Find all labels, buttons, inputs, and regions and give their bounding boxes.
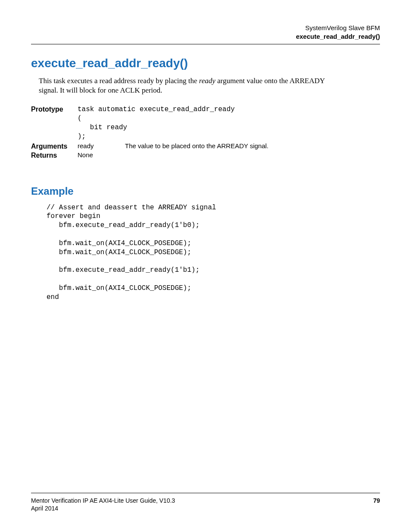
page-content: SystemVerilog Slave BFM execute_read_add… [0,0,411,302]
returns-label: Returns [31,151,78,159]
intro-text-pre: This task executes a read address ready … [39,77,199,85]
arguments-body: ready The value to be placed onto the AR… [78,142,380,149]
footer-rule [31,493,380,493]
footer-guide: Mentor Verification IP AE AXI4-Lite User… [31,497,175,504]
argument-description: The value to be placed onto the ARREADY … [125,142,268,149]
header-rule [31,44,380,44]
prototype-code: task automatic execute_read_addr_ready (… [78,105,380,141]
argument-name: ready [78,142,125,149]
running-header: SystemVerilog Slave BFM execute_read_add… [31,24,380,41]
footer-left: Mentor Verification IP AE AXI4-Lite User… [31,497,175,512]
returns-value: None [78,151,93,159]
footer-date: April 2014 [31,504,175,512]
returns-row: Returns None [31,151,380,159]
prototype-label: Prototype [31,105,78,113]
returns-body: None [78,151,380,159]
definition-list: Prototype task automatic execute_read_ad… [31,105,380,159]
example-code: // Assert and deassert the ARREADY signa… [47,203,380,302]
footer-row: Mentor Verification IP AE AXI4-Lite User… [31,497,380,512]
intro-text-em: ready [199,77,215,85]
arguments-row: Arguments ready The value to be placed o… [31,142,380,150]
prototype-body: task automatic execute_read_addr_ready (… [78,105,380,141]
example-heading: Example [31,185,380,197]
footer-page-number: 79 [373,497,380,512]
prototype-row: Prototype task automatic execute_read_ad… [31,105,380,141]
page-footer: Mentor Verification IP AE AXI4-Lite User… [31,493,380,512]
arguments-label: Arguments [31,142,78,150]
header-topic: execute_read_addr_ready() [31,32,380,41]
intro-paragraph: This task executes a read address ready … [39,76,340,96]
page-title: execute_read_addr_ready() [31,56,380,70]
header-section: SystemVerilog Slave BFM [31,24,380,32]
